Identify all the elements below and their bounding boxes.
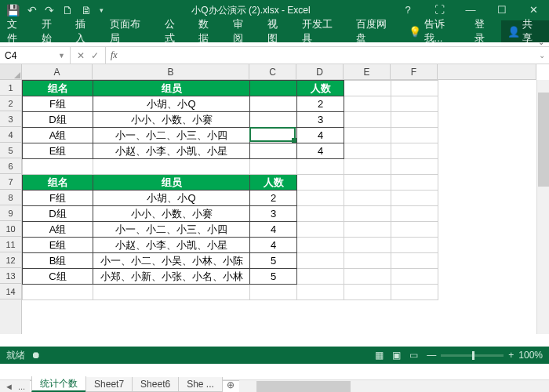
cell[interactable] bbox=[391, 128, 438, 143]
sheet-tab[interactable]: Sheet7 bbox=[85, 377, 133, 392]
cell[interactable]: 小赵、小李、小凯、小星 bbox=[93, 238, 250, 253]
tab-insert[interactable]: 插入 bbox=[68, 20, 103, 42]
cell[interactable]: 小一、小二、小三、小四 bbox=[93, 128, 250, 143]
preview-icon[interactable]: 🗎 bbox=[81, 4, 92, 16]
cell[interactable] bbox=[344, 112, 391, 128]
sheet-nav-prev-icon[interactable]: ◄ bbox=[5, 382, 13, 391]
cell[interactable] bbox=[344, 206, 391, 222]
cell[interactable] bbox=[344, 81, 391, 96]
tab-developer[interactable]: 开发工具 bbox=[295, 20, 349, 42]
cell[interactable]: 小胡、小Q bbox=[93, 96, 250, 112]
macro-record-icon[interactable]: ⏺ bbox=[31, 350, 41, 361]
cell[interactable] bbox=[250, 285, 297, 300]
cell[interactable] bbox=[344, 253, 391, 269]
cell[interactable]: 小小、小数、小赛 bbox=[93, 112, 250, 128]
cell[interactable] bbox=[391, 81, 438, 96]
cell[interactable]: 人数 bbox=[297, 81, 344, 96]
sheet-tab[interactable]: Sheet6 bbox=[132, 377, 179, 392]
help-icon[interactable]: ? bbox=[392, 0, 424, 20]
cell[interactable] bbox=[297, 253, 344, 269]
view-break-icon[interactable]: ▭ bbox=[405, 350, 422, 361]
cell[interactable]: D组 bbox=[23, 206, 93, 222]
cell[interactable]: 人数 bbox=[250, 175, 297, 191]
enter-fx-icon[interactable]: ✓ bbox=[91, 50, 99, 61]
zoom-level[interactable]: 100% bbox=[518, 350, 543, 361]
cell[interactable] bbox=[391, 206, 438, 222]
new-icon[interactable]: 🗋 bbox=[62, 4, 73, 16]
row-header[interactable]: 11 bbox=[0, 237, 21, 252]
cell[interactable] bbox=[344, 238, 391, 253]
cell[interactable] bbox=[344, 191, 391, 206]
tab-baidu[interactable]: 百度网盘 bbox=[349, 20, 403, 42]
redo-icon[interactable]: ↷ bbox=[45, 4, 54, 16]
cell[interactable]: 小小、小数、小赛 bbox=[93, 206, 250, 222]
cell[interactable]: 4 bbox=[297, 128, 344, 143]
cell[interactable]: A组 bbox=[23, 222, 93, 238]
cell[interactable]: F组 bbox=[23, 96, 93, 112]
cell[interactable] bbox=[391, 191, 438, 206]
cell[interactable]: A组 bbox=[23, 128, 93, 143]
row-header[interactable]: 4 bbox=[0, 127, 21, 143]
row-header[interactable]: 7 bbox=[0, 174, 21, 190]
row-headers[interactable]: 1234567891011121314 bbox=[0, 80, 22, 334]
vertical-scrollbar[interactable] bbox=[536, 80, 549, 334]
cell[interactable]: 3 bbox=[250, 206, 297, 222]
add-sheet-button[interactable]: ⊕ bbox=[222, 378, 239, 392]
col-header[interactable]: A bbox=[22, 64, 93, 79]
tab-home[interactable]: 开始 bbox=[35, 20, 69, 42]
cell[interactable]: F组 bbox=[23, 191, 93, 206]
cell[interactable]: 小一、小二、小吴、小林、小陈 bbox=[93, 253, 250, 269]
name-box[interactable]: C4▼ bbox=[0, 47, 71, 64]
cell[interactable] bbox=[297, 285, 344, 300]
cell[interactable]: 组员 bbox=[93, 81, 250, 96]
tab-layout[interactable]: 页面布局 bbox=[103, 20, 157, 42]
cell[interactable] bbox=[391, 175, 438, 191]
cell[interactable]: 小赵、小李、小凯、小星 bbox=[93, 143, 250, 159]
tab-review[interactable]: 审阅 bbox=[226, 20, 260, 42]
col-header[interactable]: D bbox=[296, 64, 344, 79]
row-header[interactable]: 13 bbox=[0, 268, 21, 284]
tab-formulas[interactable]: 公式 bbox=[158, 20, 192, 42]
cell[interactable] bbox=[250, 143, 297, 159]
cell[interactable] bbox=[391, 238, 438, 253]
sheet-tab[interactable]: She ... bbox=[178, 377, 223, 392]
col-header[interactable]: F bbox=[391, 64, 438, 79]
cell[interactable] bbox=[297, 191, 344, 206]
row-header[interactable]: 10 bbox=[0, 221, 21, 237]
cell[interactable] bbox=[250, 81, 297, 96]
cells-area[interactable]: 组名组员人数F组小胡、小Q2D组小小、小数、小赛3A组小一、小二、小三、小四4E… bbox=[22, 80, 536, 334]
cell[interactable] bbox=[344, 269, 391, 285]
row-header[interactable]: 12 bbox=[0, 252, 21, 268]
cell[interactable] bbox=[344, 128, 391, 143]
column-headers[interactable]: ABCDEF bbox=[22, 64, 536, 80]
formula-input[interactable] bbox=[122, 47, 535, 64]
cell[interactable]: 4 bbox=[250, 222, 297, 238]
zoom-slider[interactable] bbox=[441, 354, 504, 357]
sheet-nav-ellipsis[interactable]: ... bbox=[18, 382, 25, 391]
cell[interactable] bbox=[250, 96, 297, 112]
zoom-out-button[interactable]: — bbox=[427, 350, 436, 361]
cell[interactable]: 4 bbox=[250, 238, 297, 253]
cell[interactable] bbox=[93, 285, 250, 300]
tab-file[interactable]: 文件 bbox=[0, 20, 35, 42]
row-header[interactable]: 1 bbox=[0, 80, 21, 96]
cell[interactable] bbox=[391, 253, 438, 269]
cell[interactable]: C组 bbox=[23, 269, 93, 285]
cell[interactable]: 组名 bbox=[23, 81, 93, 96]
chevron-down-icon[interactable]: ▼ bbox=[58, 52, 65, 60]
cell[interactable] bbox=[250, 159, 297, 175]
cell[interactable] bbox=[297, 159, 344, 175]
view-layout-icon[interactable]: ▣ bbox=[387, 350, 405, 361]
sheet-tab[interactable]: 统计个数 bbox=[31, 376, 86, 392]
cell[interactable] bbox=[344, 222, 391, 238]
cell[interactable] bbox=[297, 269, 344, 285]
cell[interactable]: 组名 bbox=[23, 175, 93, 191]
cell[interactable] bbox=[250, 128, 297, 143]
cell[interactable] bbox=[344, 96, 391, 112]
tab-data[interactable]: 数据 bbox=[191, 20, 226, 42]
row-header[interactable]: 5 bbox=[0, 143, 21, 158]
row-header[interactable]: 2 bbox=[0, 96, 21, 111]
cell[interactable]: 组员 bbox=[93, 175, 250, 191]
row-header[interactable]: 8 bbox=[0, 190, 21, 205]
cell[interactable] bbox=[344, 159, 391, 175]
